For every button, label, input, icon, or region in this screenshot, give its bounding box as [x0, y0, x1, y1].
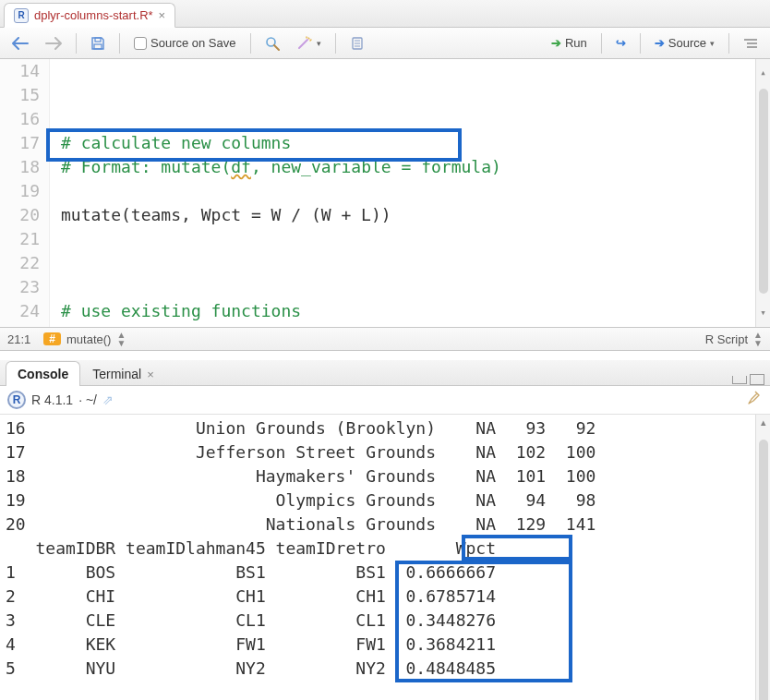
line-number: 14: [0, 59, 40, 83]
rerun-button[interactable]: ↪: [609, 33, 632, 53]
clear-console-icon[interactable]: [746, 390, 763, 410]
arrow-right-icon: [45, 37, 62, 50]
scroll-thumb[interactable]: [759, 440, 768, 700]
line-number: 18: [0, 155, 40, 179]
r-file-icon: R: [14, 8, 29, 23]
back-button[interactable]: [6, 34, 35, 53]
run-arrow-icon: ➔: [551, 36, 561, 50]
terminal-tab[interactable]: Terminal ×: [80, 361, 166, 386]
rerun-icon: ↪: [616, 36, 626, 50]
svg-line-4: [299, 40, 307, 48]
toolbar-separator: [119, 33, 120, 54]
code-line[interactable]: # Format: mutate(df, new_variable = form…: [61, 155, 755, 179]
code-line[interactable]: [61, 227, 755, 251]
console-header: R R 4.1.1 · ~/ ⇗: [0, 386, 770, 415]
line-number: 15: [0, 83, 40, 107]
scroll-up-icon[interactable]: ▴: [761, 415, 766, 430]
outline-button[interactable]: [737, 35, 764, 52]
code-line[interactable]: [61, 323, 755, 327]
close-tab-icon[interactable]: ×: [159, 8, 166, 22]
scroll-up-icon[interactable]: ▴: [760, 59, 766, 87]
svg-rect-1: [94, 44, 102, 49]
r-version-label: R 4.1.1: [31, 392, 73, 407]
line-number: 19: [0, 179, 40, 203]
chevron-down-icon: ▾: [317, 39, 321, 48]
toolbar-separator: [640, 33, 641, 54]
toolbar-separator: [601, 33, 602, 54]
maximize-pane-icon[interactable]: [750, 374, 764, 385]
code-area[interactable]: # calculate new columns# Format: mutate(…: [50, 59, 755, 327]
code-tools-button[interactable]: ▾: [290, 33, 328, 54]
console-tabbar: Console Terminal ×: [0, 360, 770, 386]
compile-report-button[interactable]: [343, 33, 371, 54]
toolbar-separator: [250, 33, 251, 54]
file-tab-bar: R dplyr-columns-start.R* ×: [0, 0, 770, 28]
line-number-gutter: 1415161718192021222324: [0, 59, 50, 327]
minimize-pane-icon[interactable]: [732, 376, 747, 384]
updown-icon[interactable]: ▲▼: [753, 331, 763, 347]
section-context-label[interactable]: mutate(): [66, 332, 111, 346]
toolbar-separator: [335, 33, 336, 54]
scroll-down-icon[interactable]: ▾: [760, 299, 766, 327]
language-mode[interactable]: R Script: [705, 332, 748, 346]
toolbar-separator: [76, 33, 77, 54]
search-icon: [265, 36, 280, 51]
editor-scrollbar[interactable]: ▴ ▾: [755, 59, 770, 327]
notebook-icon: [350, 36, 365, 51]
popout-icon[interactable]: ⇗: [102, 392, 114, 407]
arrow-left-icon: [12, 37, 29, 50]
source-button[interactable]: ➔ Source ▾: [648, 33, 721, 53]
code-line[interactable]: # calculate new columns: [61, 131, 755, 155]
line-number: 21: [0, 227, 40, 251]
source-on-save-toggle[interactable]: Source on Save: [127, 33, 243, 53]
code-line[interactable]: # use existing functions: [61, 299, 755, 323]
line-number: 17: [0, 131, 40, 155]
svg-rect-0: [95, 38, 101, 42]
floppy-disk-icon: [90, 36, 105, 51]
source-arrow-icon: ➔: [655, 36, 665, 50]
updown-icon[interactable]: ▲▼: [116, 331, 126, 347]
outline-icon: [743, 38, 758, 49]
terminal-tab-label: Terminal: [92, 367, 141, 381]
close-tab-icon[interactable]: ×: [147, 368, 154, 381]
section-badge-icon: #: [43, 332, 61, 345]
console-tab[interactable]: Console: [6, 361, 80, 386]
checkbox-icon: [134, 37, 147, 50]
code-line[interactable]: [61, 251, 755, 275]
file-tab-label: dplyr-columns-start.R*: [34, 8, 153, 22]
line-number: 16: [0, 107, 40, 131]
find-button[interactable]: [259, 33, 286, 54]
working-dir-label: · ~/: [78, 392, 97, 407]
line-number: 22: [0, 251, 40, 275]
run-label: Run: [565, 36, 587, 50]
file-tab[interactable]: R dplyr-columns-start.R* ×: [4, 3, 175, 28]
console-output[interactable]: 16 Union Grounds (Brooklyn) NA 93 92 17 …: [0, 415, 755, 700]
code-line[interactable]: [61, 275, 755, 299]
code-line[interactable]: [61, 179, 755, 203]
source-editor[interactable]: 1415161718192021222324 # calculate new c…: [0, 59, 770, 327]
line-number: 23: [0, 275, 40, 299]
cursor-position: 21:1: [7, 332, 30, 346]
console-text: 16 Union Grounds (Brooklyn) NA 93 92 17 …: [6, 416, 750, 681]
scroll-thumb[interactable]: [759, 89, 768, 294]
toolbar-separator: [728, 33, 729, 54]
console-scrollbar[interactable]: ▴ ▾: [755, 415, 770, 700]
forward-button[interactable]: [39, 34, 68, 53]
svg-line-3: [274, 45, 279, 50]
console-tab-label: Console: [18, 367, 68, 381]
editor-toolbar: Source on Save ▾ ➔ Run ↪ ➔ Source ▾: [0, 28, 770, 59]
source-on-save-label: Source on Save: [150, 36, 236, 50]
line-number: 24: [0, 299, 40, 323]
code-line[interactable]: mutate(teams, Wpct = W / (W + L)): [61, 203, 755, 227]
r-logo-icon: R: [7, 391, 26, 409]
chevron-down-icon: ▾: [710, 39, 715, 48]
save-button[interactable]: [84, 33, 112, 54]
run-button[interactable]: ➔ Run: [545, 33, 594, 53]
wand-icon: [296, 36, 313, 51]
source-label: Source: [668, 36, 706, 50]
line-number: 20: [0, 203, 40, 227]
editor-statusbar: 21:1 # mutate() ▲▼ R Script ▲▼: [0, 327, 770, 351]
